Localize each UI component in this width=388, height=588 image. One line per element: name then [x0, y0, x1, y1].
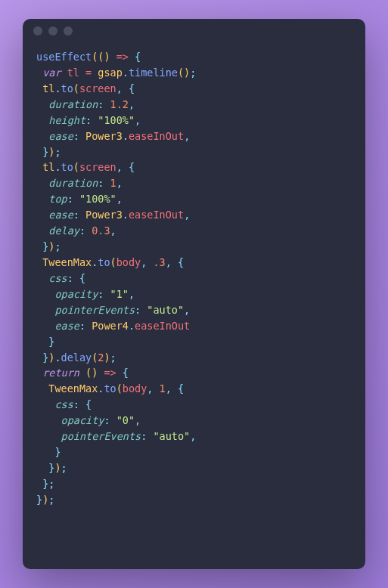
code-line: var tl = gsap.timeline(); — [36, 65, 352, 81]
code-token: height — [36, 114, 85, 126]
code-token: . — [129, 320, 135, 332]
code-token: , — [190, 430, 196, 442]
code-line: opacity: "0", — [36, 413, 352, 429]
code-token: TweenMax — [36, 256, 92, 268]
code-token: , — [135, 414, 141, 426]
code-token: Power3 — [85, 209, 123, 221]
code-token: : — [79, 320, 92, 332]
code-token: : — [98, 177, 110, 189]
code-token: body — [116, 256, 141, 268]
code-token: tl — [36, 82, 54, 94]
code-token — [79, 367, 85, 379]
code-token: 1.2 — [110, 98, 129, 110]
traffic-light-minimize-icon — [48, 26, 57, 36]
code-token: ( — [110, 256, 116, 268]
code-token: : — [98, 98, 110, 110]
code-token: ease — [36, 209, 73, 221]
code-token: easeInOut — [129, 130, 184, 142]
code-token: : — [79, 224, 92, 237]
code-token: () — [85, 367, 98, 379]
window-titlebar — [23, 19, 365, 43]
code-token: tl — [36, 161, 54, 173]
code-token: delay — [61, 351, 92, 364]
code-token: : { — [73, 398, 92, 410]
code-token: } — [36, 146, 48, 158]
code-token: "100%" — [98, 114, 135, 126]
code-line: css: { — [36, 397, 352, 413]
code-token: , { — [166, 382, 184, 395]
code-token: ; — [61, 462, 67, 474]
code-line: ease: Power4.easeInOut — [36, 318, 352, 334]
code-line: TweenMax.to(body, .3, { — [36, 255, 352, 271]
code-token: } — [36, 494, 42, 506]
code-token: ( — [73, 82, 79, 94]
code-token: ( — [116, 382, 123, 395]
code-token: "0" — [116, 414, 135, 426]
code-token: useEffect — [36, 51, 92, 63]
code-line: pointerEvents: "auto", — [36, 429, 352, 444]
code-token: opacity — [36, 414, 104, 426]
code-line: }); — [36, 460, 352, 476]
code-line: TweenMax.to(body, 1, { — [36, 381, 352, 397]
code-token: screen — [79, 161, 116, 173]
code-token: , — [184, 130, 190, 142]
code-line: duration: 1, — [36, 175, 352, 191]
code-token: , { — [116, 82, 135, 94]
code-line: } — [36, 444, 352, 460]
code-token: "1" — [110, 288, 129, 300]
code-token: easeInOut — [135, 320, 190, 332]
code-line: }); — [36, 144, 352, 160]
code-window: useEffect(() => { var tl = gsap.timeline… — [23, 19, 365, 569]
code-line: }; — [36, 476, 352, 492]
code-token: => — [98, 367, 123, 379]
code-token: = — [79, 67, 98, 79]
code-line: delay: 0.3, — [36, 223, 352, 239]
code-token: : — [141, 430, 153, 442]
code-token: => — [110, 51, 135, 63]
code-token: : — [73, 209, 85, 221]
code-token: : — [73, 130, 85, 142]
code-token: , — [129, 288, 135, 300]
code-token: } — [36, 462, 54, 474]
code-line: }); — [36, 492, 352, 508]
code-token: 1 — [160, 382, 166, 395]
code-token: ; — [48, 494, 54, 506]
code-line: return () => { — [36, 365, 352, 381]
code-token: screen — [79, 82, 116, 94]
code-token: . — [123, 209, 129, 221]
code-token: tl — [67, 67, 79, 79]
code-token: TweenMax — [36, 382, 98, 395]
code-token: , — [129, 98, 135, 110]
code-token: } — [36, 446, 61, 458]
code-token: } — [36, 351, 48, 364]
code-token: : — [98, 288, 110, 300]
code-token: easeInOut — [129, 209, 184, 221]
code-token: { — [123, 367, 129, 379]
code-token: . — [54, 161, 61, 173]
code-line: }); — [36, 239, 352, 255]
code-token: ; — [110, 351, 116, 364]
code-line: height: "100%", — [36, 113, 352, 128]
code-token: (() — [92, 51, 110, 63]
code-token: ; — [54, 240, 61, 252]
code-token: : — [104, 414, 116, 426]
code-token: , { — [166, 256, 184, 268]
code-token: top — [36, 193, 67, 205]
code-token: : — [85, 114, 98, 126]
code-token: , — [116, 193, 123, 205]
code-token: return — [36, 367, 79, 379]
code-block: useEffect(() => { var tl = gsap.timeline… — [23, 43, 365, 569]
code-token: ; — [190, 67, 196, 79]
code-token: () — [178, 67, 190, 79]
code-line: opacity: "1", — [36, 286, 352, 302]
code-token: .3 — [153, 256, 165, 268]
code-line: tl.to(screen, { — [36, 81, 352, 97]
traffic-light-zoom-icon — [64, 26, 73, 36]
code-line: pointerEvents: "auto", — [36, 302, 352, 318]
code-token: timeline — [129, 67, 178, 79]
code-token: opacity — [36, 288, 98, 300]
code-line: } — [36, 334, 352, 350]
code-token: Power3 — [85, 130, 123, 142]
code-token: css — [36, 398, 73, 410]
code-token: pointerEvents — [36, 304, 135, 316]
